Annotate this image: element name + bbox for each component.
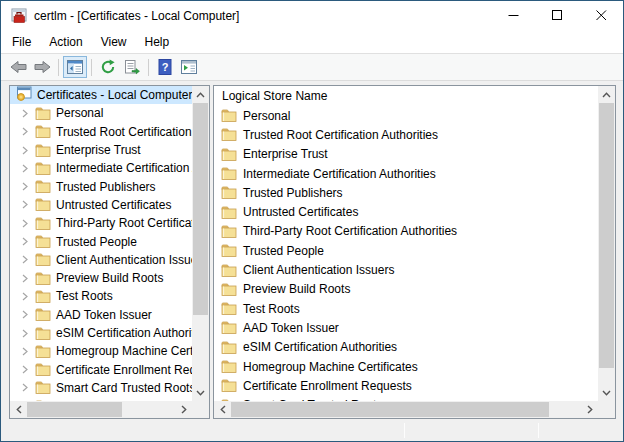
list-item[interactable]: Untrusted Certificates [214,202,598,221]
tree-item[interactable]: Client Authentication Issuers [10,251,192,269]
expand-chevron-icon[interactable] [20,109,29,118]
folder-icon [221,244,237,257]
scroll-down-arrow-icon[interactable] [598,384,615,401]
scroll-up-arrow-icon[interactable] [192,86,209,103]
list-item[interactable]: Personal [214,106,598,125]
tree-root-certificates-local-computer[interactable]: Certificates - Local Computer [10,86,192,104]
tree-item[interactable]: Homegroup Machine Certificates [10,342,192,360]
expand-chevron-icon[interactable] [20,274,29,283]
tree-item[interactable]: AAD Token Issuer [10,306,192,324]
tree-hscroll-thumb[interactable] [27,402,122,417]
expand-chevron-icon[interactable] [20,347,29,356]
list-hscroll-thumb[interactable] [231,402,549,417]
list-vscroll-thumb[interactable] [599,103,614,368]
list-item[interactable]: Third-Party Root Certification Authoriti… [214,222,598,241]
list-items: Personal Trusted Root Certification Auth… [214,106,598,401]
list-horizontal-scrollbar[interactable] [214,401,598,418]
menu-view[interactable]: View [92,32,136,52]
scroll-left-arrow-icon[interactable] [10,401,27,418]
close-icon [596,10,607,21]
folder-icon [35,290,51,303]
status-bar-divider [538,423,539,438]
tree-item[interactable]: eSIM Certification Authorities [10,324,192,342]
scroll-down-arrow-icon[interactable] [192,384,209,401]
folder-icon [221,321,237,334]
scroll-right-arrow-icon[interactable] [581,401,598,418]
menu-file[interactable]: File [3,32,40,52]
refresh-button[interactable] [96,56,120,78]
minimize-button[interactable] [491,1,535,30]
scrollbar-corner [598,401,615,418]
show-hide-action-pane-button[interactable] [177,56,201,78]
list-item[interactable]: Intermediate Certification Authorities [214,164,598,183]
maximize-button[interactable] [535,1,579,30]
tree-vertical-scrollbar[interactable] [192,86,209,401]
list-item[interactable]: Enterprise Trust [214,145,598,164]
column-header-logical-store-name[interactable]: Logical Store Name [214,86,598,106]
folder-icon [221,167,237,180]
tree-item[interactable]: Test Roots [10,287,192,305]
tree-item[interactable]: Personal [10,104,192,122]
tree-item[interactable]: Intermediate Certification Authorities [10,159,192,177]
scroll-up-arrow-icon[interactable] [598,86,615,103]
expand-chevron-icon[interactable] [20,329,29,338]
menu-help[interactable]: Help [136,32,179,52]
back-button[interactable] [6,56,30,78]
tree-item[interactable]: Trusted People [10,232,192,250]
close-button[interactable] [579,1,623,30]
tree-item[interactable]: Smart Card Trusted Roots [10,379,192,397]
list-item-label: Trusted Publishers [243,186,343,200]
expand-chevron-icon[interactable] [20,146,29,155]
list-item[interactable]: eSIM Certification Authorities [214,338,598,357]
tree-item[interactable]: Preview Build Roots [10,269,192,287]
scroll-right-arrow-icon[interactable] [175,401,192,418]
tree-horizontal-scrollbar[interactable] [10,401,192,418]
folder-icon [35,363,51,376]
list-item[interactable]: Trusted People [214,241,598,260]
tree-item[interactable]: Enterprise Trust [10,141,192,159]
store-list: Logical Store Name Personal Trusted Root… [214,86,598,401]
expand-chevron-icon[interactable] [20,127,29,136]
list-item[interactable]: Certificate Enrollment Requests [214,376,598,395]
list-item[interactable]: Test Roots [214,299,598,318]
status-bar-divider [404,423,405,438]
list-item[interactable]: Trusted Root Certification Authorities [214,125,598,144]
folder-icon [35,345,51,358]
list-item-label: Trusted People [243,244,324,258]
expand-chevron-icon[interactable] [20,237,29,246]
tree-item[interactable]: Trusted Root Certification Authorities [10,123,192,141]
expand-chevron-icon[interactable] [20,182,29,191]
list-item[interactable]: Homegroup Machine Certificates [214,357,598,376]
toolbar-separator [91,59,92,76]
folder-icon [221,186,237,199]
forward-button[interactable] [30,56,54,78]
list-item[interactable]: Preview Build Roots [214,280,598,299]
expand-chevron-icon[interactable] [20,383,29,392]
tree-vscroll-thumb[interactable] [193,103,208,315]
tree-item[interactable]: Trusted Publishers [10,177,192,195]
tree-root-label: Certificates - Local Computer [37,88,192,102]
folder-icon [35,198,51,211]
folder-icon [35,217,51,230]
expand-chevron-icon[interactable] [20,255,29,264]
help-button[interactable]: ? [153,56,177,78]
show-hide-console-tree-button[interactable] [63,56,87,78]
expand-chevron-icon[interactable] [20,200,29,209]
expand-chevron-icon[interactable] [20,310,29,319]
list-item[interactable]: Client Authentication Issuers [214,260,598,279]
tree-item[interactable]: Third-Party Root Certification Authoriti… [10,214,192,232]
expand-chevron-icon[interactable] [20,219,29,228]
tree-item[interactable]: Untrusted Certificates [10,196,192,214]
menu-action[interactable]: Action [40,32,91,52]
column-header-label: Logical Store Name [222,89,327,103]
list-vertical-scrollbar[interactable] [598,86,615,401]
list-item[interactable]: AAD Token Issuer [214,318,598,337]
folder-icon [35,272,51,285]
scroll-left-arrow-icon[interactable] [214,401,231,418]
export-list-button[interactable] [120,56,144,78]
tree-item[interactable]: Certificate Enrollment Requests [10,360,192,378]
expand-chevron-icon[interactable] [20,365,29,374]
list-item[interactable]: Trusted Publishers [214,183,598,202]
expand-chevron-icon[interactable] [20,164,29,173]
expand-chevron-icon[interactable] [20,292,29,301]
